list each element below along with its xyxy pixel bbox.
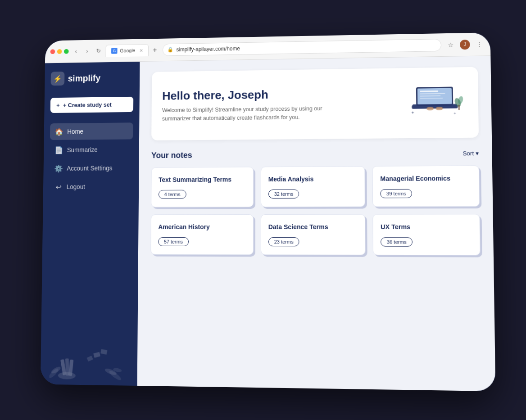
browser-actions: ☆ J ⋮	[445, 38, 485, 50]
terms-badge: 32 terms	[268, 189, 299, 198]
lock-icon: 🔒	[168, 46, 174, 52]
sidebar-summarize-label: Summarize	[67, 146, 98, 153]
active-tab[interactable]: G Google ✕	[106, 44, 149, 57]
address-bar[interactable]: 🔒 simplify-apilayer.com/home	[163, 38, 441, 55]
sidebar-item-account-settings[interactable]: ⚙️ Account Settings	[50, 159, 133, 176]
traffic-lights	[50, 49, 69, 54]
sidebar: ⚡ simplify + + Create study set 🏠 Home 📄…	[41, 61, 140, 385]
svg-rect-11	[87, 356, 93, 361]
logo-icon: ⚡	[51, 71, 65, 85]
device-frame: ‹ › ↻ G Google ✕ + 🔒 simplify-apilayer.c…	[41, 32, 496, 391]
note-card-media-analysis[interactable]: Media Analysis 32 terms	[261, 166, 366, 207]
note-card-title: Text Summarizing Terms	[159, 175, 246, 184]
app-layout: ⚡ simplify + + Create study set 🏠 Home 📄…	[41, 56, 496, 391]
note-card-data-science[interactable]: Data Science Terms 23 terms	[261, 214, 366, 255]
create-icon: +	[56, 102, 59, 108]
svg-rect-24	[458, 104, 460, 110]
url-text: simplify-apilayer.com/home	[176, 45, 240, 52]
svg-text:✦: ✦	[453, 111, 456, 115]
svg-rect-19	[413, 104, 457, 108]
note-card-title: American History	[158, 223, 245, 231]
decoration-illustration	[49, 344, 128, 381]
menu-icon[interactable]: ⋮	[474, 38, 485, 49]
sidebar-home-label: Home	[67, 128, 83, 135]
tab-title: Google	[120, 48, 135, 53]
create-study-set-button[interactable]: + + Create study set	[50, 96, 134, 113]
svg-rect-10	[100, 349, 107, 354]
sort-label: Sort	[463, 150, 474, 157]
create-btn-label: + Create study set	[63, 101, 112, 108]
main-content: Hello there, Joseph Welcome to Simplify!…	[137, 56, 496, 391]
welcome-description: Welcome to Simplify! Streamline your stu…	[162, 104, 331, 122]
terms-badge: 57 terms	[158, 237, 189, 246]
back-button[interactable]: ‹	[72, 47, 80, 55]
maximize-button[interactable]	[64, 49, 69, 54]
sidebar-item-logout[interactable]: ↩ Logout	[49, 178, 133, 195]
sidebar-nav: 🏠 Home 📄 Summarize ⚙️ Account Settings ↩…	[49, 122, 133, 195]
note-card-title: Media Analysis	[268, 175, 358, 183]
sidebar-decoration	[41, 334, 138, 381]
welcome-illustration: ✦ ✦	[402, 80, 467, 126]
sidebar-item-home[interactable]: 🏠 Home	[50, 122, 133, 140]
address-bar-row: 🔒 simplify-apilayer.com/home	[163, 38, 441, 55]
new-tab-button[interactable]: +	[150, 45, 159, 54]
sidebar-settings-label: Account Settings	[67, 164, 112, 172]
notes-section-title: Your notes	[151, 150, 192, 160]
terms-badge: 23 terms	[268, 237, 299, 246]
close-button[interactable]	[50, 49, 55, 54]
note-card-title: Managerial Economics	[380, 174, 471, 182]
note-card-american-history[interactable]: American History 57 terms	[150, 214, 253, 255]
svg-text:✦: ✦	[411, 110, 414, 115]
logo-text: simplify	[68, 73, 101, 83]
note-card-managerial-economics[interactable]: Managerial Economics 39 terms	[372, 165, 480, 207]
note-card-ux-terms[interactable]: UX Terms 36 terms	[373, 214, 481, 255]
summarize-icon: 📄	[55, 146, 63, 154]
tab-close-icon[interactable]: ✕	[140, 48, 143, 53]
note-card-title: Data Science Terms	[268, 223, 358, 231]
logout-icon: ↩	[54, 183, 62, 191]
note-card-title: UX Terms	[381, 222, 472, 231]
tab-bar: G Google ✕ +	[106, 44, 159, 57]
terms-badge: 36 terms	[381, 237, 413, 246]
sidebar-logout-label: Logout	[67, 183, 85, 190]
svg-rect-9	[93, 352, 100, 357]
user-avatar[interactable]: J	[460, 39, 470, 49]
reload-button[interactable]: ↻	[95, 47, 102, 55]
terms-badge: 39 terms	[381, 189, 413, 198]
notes-grid: Text Summarizing Terms 4 terms Media Ana…	[150, 165, 480, 255]
welcome-text: Hello there, Joseph Welcome to Simplify!…	[162, 87, 331, 123]
settings-icon: ⚙️	[54, 164, 62, 172]
bookmark-icon[interactable]: ☆	[445, 39, 456, 50]
home-icon: 🏠	[55, 127, 63, 135]
welcome-greeting: Hello there, Joseph	[162, 87, 331, 103]
terms-badge: 4 terms	[159, 190, 186, 199]
minimize-button[interactable]	[57, 49, 62, 54]
welcome-card: Hello there, Joseph Welcome to Simplify!…	[151, 67, 479, 140]
notes-section-header: Your notes Sort ▾	[151, 148, 479, 160]
forward-button[interactable]: ›	[83, 47, 91, 55]
logo: ⚡ simplify	[51, 70, 134, 86]
note-card-text-summarizing[interactable]: Text Summarizing Terms 4 terms	[151, 167, 254, 207]
tab-favicon: G	[111, 47, 118, 54]
chevron-down-icon: ▾	[476, 149, 479, 156]
sidebar-item-summarize[interactable]: 📄 Summarize	[50, 141, 133, 158]
sort-button[interactable]: Sort ▾	[463, 149, 479, 156]
laptop-illustration: ✦ ✦	[402, 77, 467, 128]
